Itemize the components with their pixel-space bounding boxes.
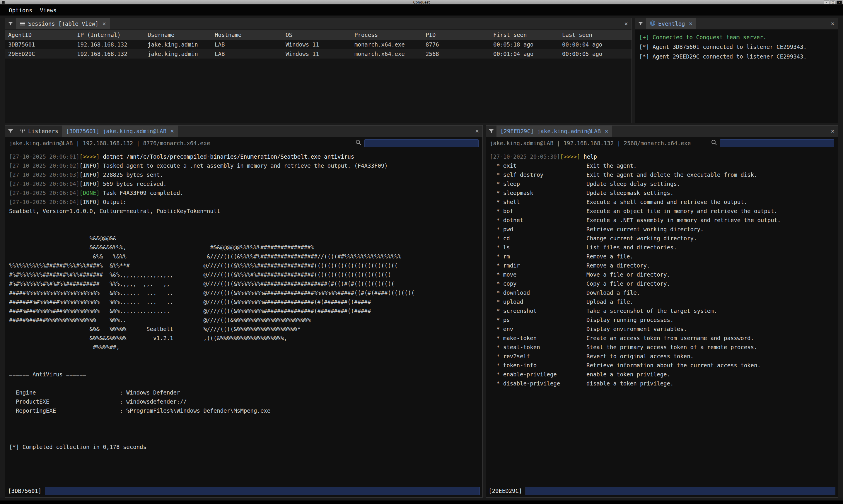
console-line: [27-10-2025 20:06:02][INFO] Tasked agent… (9, 161, 479, 170)
console-body: jake.king.admin@LAB | 192.168.168.132 | … (5, 137, 482, 497)
command-name: * steal-token (490, 343, 586, 352)
command-description: Revert to original access token. (586, 353, 693, 359)
command-description: Remove a directory. (586, 262, 650, 269)
eventlog-tabbar: Eventlog × × (635, 18, 838, 30)
console-line: [27-10-2025 20:06:04][INFO] Output: (9, 198, 479, 206)
command-help-line: * moveMove a file or directory. (490, 270, 834, 279)
command-help-line: * shellExecute a shell command and retri… (490, 198, 834, 206)
tab-close-icon[interactable]: × (689, 20, 693, 27)
column-header[interactable]: PID (423, 30, 490, 40)
panel-close-icon[interactable]: × (624, 20, 628, 27)
tab-close-icon[interactable]: × (170, 128, 174, 134)
maximize-button[interactable]: □ (830, 1, 836, 4)
session-cell: 192.168.168.132 (74, 49, 145, 58)
menu-views[interactable]: Views (40, 7, 56, 14)
filter-icon[interactable] (5, 21, 16, 26)
tab-eventlog[interactable]: Eventlog × (646, 18, 696, 29)
eventlog-text: Agent 29EED29C connected to listener CE2… (649, 53, 807, 60)
command-help-line: * rmRemove a file. (490, 252, 834, 261)
command-help-line: * pwdRetrieve current working directory. (490, 225, 834, 234)
column-header[interactable]: Process (351, 30, 423, 40)
menu-options[interactable]: Options (9, 7, 32, 14)
tab-close-icon[interactable]: × (604, 128, 608, 134)
status-bar (0, 498, 843, 501)
console-line (9, 379, 479, 388)
eventlog-panel: Eventlog × × [+] Connected to Conquest t… (635, 18, 838, 123)
command-name: * disable-privilege (490, 379, 586, 388)
session-row[interactable]: 29EED29C192.168.168.132jake.king.adminLA… (5, 49, 632, 58)
console-search-input[interactable] (364, 139, 479, 147)
console-line: [27-10-2025 20:06:03][INFO] 228825 bytes… (9, 170, 479, 179)
panel-close-icon[interactable]: × (831, 128, 835, 134)
command-description: Upload a file. (586, 299, 633, 305)
panel-close-icon[interactable]: × (831, 20, 835, 27)
column-header[interactable]: Last seen (559, 30, 632, 40)
filter-icon[interactable] (635, 21, 646, 26)
panel-close-icon[interactable]: × (475, 128, 479, 134)
console-line (9, 216, 479, 225)
console-line (9, 361, 479, 370)
column-header[interactable]: First seen (490, 30, 559, 40)
console-line: ReportingEXE : %ProgramFiles%\Windows De… (9, 406, 479, 415)
command-description: Update sleep delay settings. (586, 181, 680, 187)
column-header[interactable]: Hostname (212, 30, 283, 40)
command-name: * copy (490, 279, 586, 288)
table-view-icon (20, 20, 25, 27)
session-row[interactable]: 3DB75601192.168.168.132jake.king.adminLA… (5, 40, 632, 49)
console-right-tabbar: [29EED29C] jake.king.admin@LAB × × (486, 126, 838, 137)
column-header[interactable]: OS (283, 30, 351, 40)
console-meta-bar: jake.king.admin@LAB | 192.168.168.132 | … (486, 137, 838, 149)
prompt-label: [3DB75601] (8, 488, 41, 494)
tab-sessions[interactable]: Sessions [Table View] × (16, 18, 110, 29)
console-line: Seatbelt, Version=1.0.0.0, Culture=neutr… (9, 206, 479, 216)
tab-close-icon[interactable]: × (102, 20, 106, 27)
menubar: Options Views (0, 5, 843, 16)
session-cell: 2568 (423, 49, 490, 58)
console-line (9, 352, 479, 361)
column-header[interactable]: IP (Internal) (74, 30, 145, 40)
session-cell: jake.king.admin (145, 49, 212, 58)
filter-icon[interactable] (5, 129, 16, 133)
console-line: [27-10-2025 20:06:04][DONE] Task F4A33F0… (9, 188, 479, 198)
command-name: * cd (490, 234, 586, 243)
session-cell: Windows 11 (283, 49, 351, 58)
prompt-bar: [29EED29C] (486, 486, 838, 497)
command-input[interactable] (45, 487, 480, 495)
tab-listeners[interactable]: Listeners (16, 126, 62, 137)
command-help-line: * steal-tokenSteal the primary access to… (490, 343, 834, 352)
close-button[interactable]: × (837, 1, 842, 4)
titlebar: Conquest – □ × (0, 0, 843, 5)
column-header[interactable]: AgentID (5, 30, 74, 40)
session-cell: 00:01:04 ago (490, 49, 559, 58)
minimize-button[interactable]: – (824, 1, 829, 4)
eventlog-tag: [*] (639, 43, 649, 50)
agent-console-panel-right: [29EED29C] jake.king.admin@LAB × × jake.… (486, 125, 838, 498)
eventlog-line: [*] Agent 3DB75601 connected to listener… (639, 42, 834, 52)
listener-icon (20, 128, 25, 134)
console-line: [27-10-2025 20:06:01][>>>>] dotnet /mnt/… (9, 152, 479, 161)
command-help-line: * exitExit the agent. (490, 161, 834, 170)
command-description: enable a token privilege. (586, 371, 670, 378)
tab-label: Listeners (28, 128, 58, 134)
column-header[interactable]: Username (145, 30, 212, 40)
console-line: [*] Completed collection in 0,178 second… (9, 443, 479, 452)
screen-bottom-edge (0, 501, 843, 504)
console-search (355, 139, 479, 147)
command-input[interactable] (526, 487, 836, 495)
command-description: Download a file. (586, 289, 640, 296)
tab-label: [29EED29C] jake.king.admin@LAB (500, 128, 601, 134)
sessions-header-row: AgentIDIP (Internal)UsernameHostnameOSPr… (5, 30, 632, 40)
command-help-line: * rmdirRemove a directory. (490, 261, 834, 270)
command-description: Execute a .NET assembly in memory and re… (586, 217, 780, 223)
command-description: Change current working directory. (586, 235, 697, 241)
console-left-output: [27-10-2025 20:06:01][>>>>] dotnet /mnt/… (5, 149, 482, 486)
filter-icon[interactable] (486, 129, 496, 133)
console-line (9, 415, 479, 425)
sessions-table-body: 3DB75601192.168.168.132jake.king.adminLA… (5, 40, 632, 58)
tab-agent-3DB75601[interactable]: [3DB75601] jake.king.admin@LAB × (62, 126, 178, 137)
console-search-input[interactable] (720, 139, 834, 147)
command-help-line: * envDisplay environment variables. (490, 325, 834, 334)
tab-agent-29EED29C[interactable]: [29EED29C] jake.king.admin@LAB × (496, 126, 612, 137)
eventlog-line: [+] Connected to Conquest team server. (639, 33, 834, 42)
command-description: List files and directories. (586, 244, 677, 251)
